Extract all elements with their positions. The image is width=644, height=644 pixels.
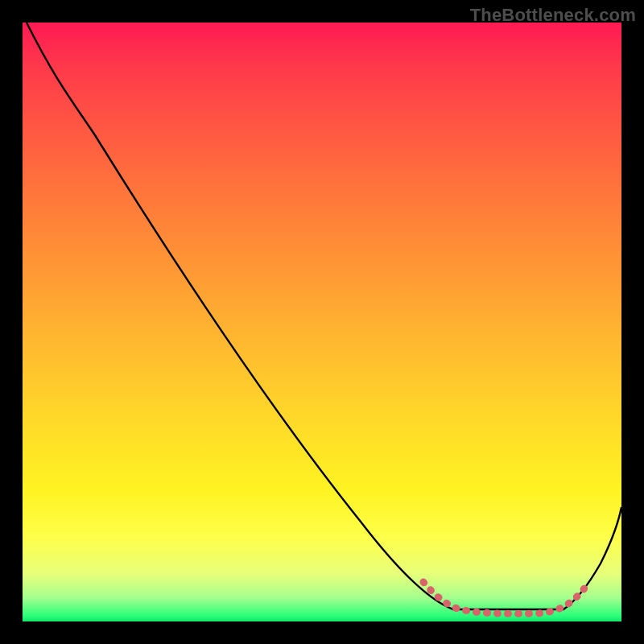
curve-layer bbox=[23, 23, 621, 621]
bottleneck-curve bbox=[27, 23, 621, 609]
plot-area bbox=[23, 23, 621, 621]
watermark-text: TheBottleneck.com bbox=[470, 5, 636, 26]
chart-stage: TheBottleneck.com bbox=[0, 0, 644, 644]
